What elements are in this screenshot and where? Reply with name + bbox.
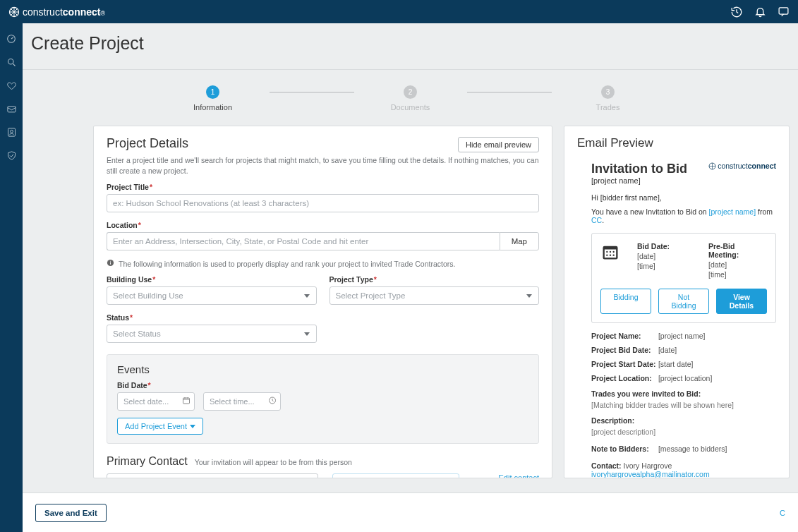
history-icon[interactable] xyxy=(730,6,743,18)
page-title: Create Project xyxy=(31,33,790,54)
invite-cc-link[interactable]: CC xyxy=(591,216,602,224)
primary-contact-select[interactable]: Yourself (Ivory Hargrove) xyxy=(107,473,318,478)
events-section: Events Bid Date Add Project Event xyxy=(107,354,539,444)
rail-inbox-icon[interactable] xyxy=(6,104,17,114)
brand-first: construct xyxy=(23,6,63,18)
contact-card: Ivory Hargrove Email ivoryhargrovealpha@… xyxy=(332,473,459,478)
bid-summary-card: Bid Date: [date] [time] Pre-Bid Meeting:… xyxy=(591,233,776,323)
bid-date-label: Bid Date xyxy=(117,381,528,389)
footer-right[interactable]: C xyxy=(780,509,785,517)
svg-point-19 xyxy=(606,251,607,253)
svg-point-22 xyxy=(606,255,607,256)
building-use-select[interactable]: Select Building Use xyxy=(107,286,317,305)
svg-rect-10 xyxy=(110,261,111,262)
invite-project-link[interactable]: [project name] xyxy=(709,207,756,216)
brand-mark-icon xyxy=(8,6,20,18)
not-bidding-button[interactable]: Not Bidding xyxy=(658,289,709,314)
edit-contact-link[interactable]: Edit contact xyxy=(499,473,539,478)
svg-point-7 xyxy=(10,130,13,133)
calendar-icon[interactable] xyxy=(182,397,191,407)
bidding-button[interactable]: Bidding xyxy=(600,289,651,314)
project-type-select[interactable]: Select Project Type xyxy=(330,286,540,305)
rail-shield-icon[interactable] xyxy=(6,150,17,161)
primary-contact-title: Primary Contact xyxy=(107,455,188,468)
status-label: Status xyxy=(107,313,317,322)
rail-heart-icon[interactable] xyxy=(6,80,17,91)
project-title-label: Project Title xyxy=(107,183,539,191)
email-preview-panel: Email Preview Invitation to Bid [project… xyxy=(564,126,790,478)
project-title-input[interactable] xyxy=(107,194,539,212)
project-details-title: Project Details xyxy=(107,136,188,151)
svg-rect-11 xyxy=(183,398,190,404)
rail-dashboard-icon[interactable] xyxy=(6,33,17,44)
contact-email-link[interactable]: ivoryhargrovealpha@mailinator.com xyxy=(591,470,710,478)
building-use-label: Building Use xyxy=(107,275,317,284)
details-helper: Enter a project title and we'll search f… xyxy=(107,155,539,176)
save-and-exit-button[interactable]: Save and Exit xyxy=(35,504,107,522)
display-info-line: The following information is used to pro… xyxy=(107,259,539,268)
primary-contact-hint: Your invitation will appear to be from t… xyxy=(195,458,352,466)
events-title: Events xyxy=(117,363,528,375)
step-trades[interactable]: 3 Trades xyxy=(552,85,665,111)
bell-icon[interactable] xyxy=(754,6,766,18)
step-information[interactable]: 1 Information xyxy=(157,85,270,111)
email-preview-title: Email Preview xyxy=(577,136,776,150)
svg-point-21 xyxy=(613,251,615,253)
view-details-button[interactable]: View Details xyxy=(716,289,767,314)
clock-icon[interactable] xyxy=(268,397,277,407)
status-select[interactable]: Select Status xyxy=(107,325,317,343)
project-type-label: Project Type xyxy=(330,275,540,284)
svg-point-24 xyxy=(613,255,615,256)
stepper: 1 Information 2 Documents 3 Trades xyxy=(23,85,798,111)
cc-logo: constructconnect xyxy=(708,162,776,170)
chat-icon[interactable] xyxy=(778,6,790,18)
svg-rect-5 xyxy=(7,107,15,112)
svg-rect-1 xyxy=(779,8,788,14)
svg-line-4 xyxy=(13,64,15,66)
hide-email-preview-button[interactable]: Hide email preview xyxy=(458,137,539,152)
info-icon xyxy=(107,259,114,268)
rail-search-icon[interactable] xyxy=(6,57,17,68)
calendar-large-icon xyxy=(600,242,624,264)
brand-second: connect xyxy=(63,6,101,18)
invite-title: Invitation to Bid xyxy=(591,162,687,176)
svg-point-3 xyxy=(8,59,13,65)
rail-contacts-icon[interactable] xyxy=(6,127,17,138)
add-project-event-button[interactable]: Add Project Event xyxy=(117,418,203,435)
location-label: Location xyxy=(107,221,539,229)
brand-logo[interactable]: constructconnect® xyxy=(8,6,105,18)
caret-down-icon xyxy=(190,425,195,428)
location-input[interactable] xyxy=(107,232,500,250)
svg-rect-9 xyxy=(110,262,111,265)
svg-rect-6 xyxy=(8,128,15,136)
svg-point-23 xyxy=(610,255,611,256)
step-documents[interactable]: 2 Documents xyxy=(354,85,467,111)
map-button[interactable]: Map xyxy=(500,232,539,250)
svg-point-20 xyxy=(610,251,611,253)
project-details-panel: Project Details Hide email preview Enter… xyxy=(93,126,552,478)
svg-rect-18 xyxy=(605,250,616,258)
